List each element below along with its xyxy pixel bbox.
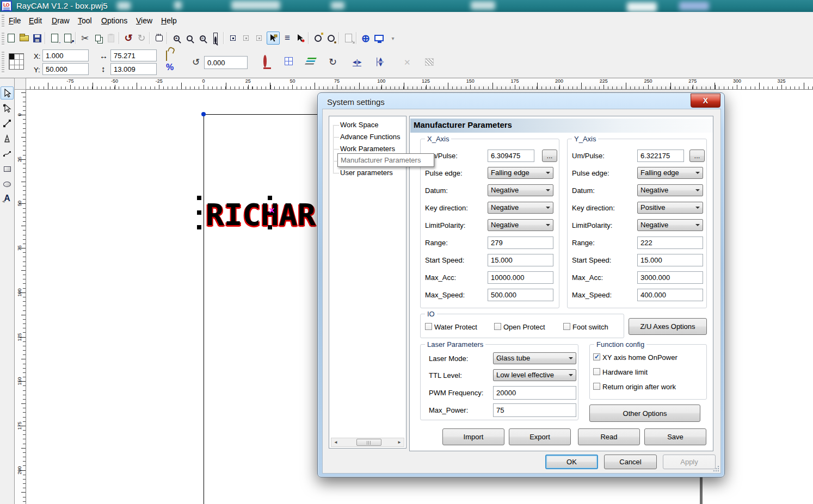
open-icon[interactable] [17,32,30,45]
selection-handle[interactable] [197,196,201,200]
canvas-text-object[interactable]: RICHAR [206,197,316,232]
new-icon[interactable] [4,32,17,45]
x-limit-polarity-select[interactable]: Negative [488,219,553,231]
node-move-icon[interactable] [226,32,239,45]
scroll-thumb[interactable] [356,439,381,446]
x-um-pulse-browse-button[interactable]: ... [542,150,557,162]
scroll-right-icon[interactable]: ► [395,438,404,446]
origin-node[interactable] [201,112,206,116]
menu-tool[interactable]: Tool [75,15,95,26]
import-icon[interactable]: → [48,32,61,45]
mirror-horizontal-icon[interactable]: ◂|▸ [353,58,361,66]
y-range-input[interactable] [637,237,703,249]
mirror-vertical-icon[interactable]: ◂|▸ [377,58,385,66]
zoom-page-icon[interactable] [209,32,222,45]
scroll-left-icon[interactable]: ◄ [331,438,340,446]
offset-icon[interactable]: ↘ [342,32,355,45]
invert-icon[interactable]: ✕ [404,58,411,67]
node-add-icon[interactable] [239,32,252,45]
export-button[interactable]: Export [509,428,571,445]
ttl-level-select[interactable]: Low level effective [493,369,576,381]
tree-item-manufacturer-parameters[interactable]: Manufacturer Parameters [337,153,434,167]
menu-view[interactable]: View [133,15,156,26]
x-input[interactable] [42,49,89,61]
zoom-icon[interactable] [183,32,196,45]
toolbar-more-icon[interactable]: ▾ [386,32,399,45]
ellipse-tool[interactable] [1,178,14,191]
x-um-pulse-input[interactable] [488,150,534,162]
x-start-speed-input[interactable] [488,254,553,266]
width-input[interactable] [110,49,157,61]
x-max-speed-input[interactable] [488,289,553,301]
tree-item-work-parameters[interactable]: Work Parameters [340,145,395,153]
y-um-pulse-input[interactable] [637,150,684,162]
simulate-icon[interactable] [372,32,385,45]
menu-edit[interactable]: Edit [26,15,45,26]
selection-handle[interactable] [197,210,201,215]
save-button[interactable]: Save [644,428,706,445]
selection-handle[interactable] [268,225,272,229]
y-limit-polarity-select[interactable]: Negative [637,219,703,231]
tree-item-advance-functions[interactable]: Advance Functions [340,133,401,141]
y-um-pulse-browse-button[interactable]: ... [689,150,705,162]
undo-icon[interactable]: ↺ [122,32,135,45]
box-left-edge[interactable] [204,114,204,504]
pan-icon[interactable] [152,32,165,45]
x-range-input[interactable] [488,237,553,249]
selection-handle[interactable] [268,196,272,200]
globe-icon[interactable]: ⊕ [359,32,372,45]
y-datum-select[interactable]: Negative [637,184,703,196]
menubar-grip[interactable] [2,15,4,28]
curve-timer-icon[interactable] [324,32,337,45]
menu-help[interactable]: Help [158,15,180,26]
paste-icon[interactable] [104,32,118,45]
menu-options[interactable]: Options [98,15,131,26]
knife-tool[interactable] [1,147,14,160]
return-origin-checkbox[interactable] [593,383,600,390]
rotate-free-icon[interactable]: ↻ [329,56,337,68]
toolbar-collapse-icon[interactable]: ◄ [1,199,5,204]
resize-grip[interactable] [713,465,719,472]
x-max-acc-input[interactable] [488,271,553,284]
y-max-speed-input[interactable] [637,289,703,301]
y-input[interactable] [42,63,89,75]
node-list-icon[interactable]: ≡ [281,32,294,45]
laser-mode-select[interactable]: Glass tube [493,352,576,364]
lock-ratio-icon[interactable] [166,51,167,61]
selection-center-mark[interactable] [269,208,275,214]
menu-file[interactable]: File [5,15,24,26]
water-protect-checkbox[interactable] [425,323,432,330]
max-power-input[interactable] [493,403,576,417]
x-pulse-edge-select[interactable]: Falling edge [488,167,553,179]
selection-handle[interactable] [197,225,201,229]
close-icon[interactable]: X [691,94,720,108]
rectangle-tool[interactable] [1,163,14,176]
pick-area-icon[interactable] [294,32,307,45]
rotate-input[interactable] [204,56,248,69]
apply-button[interactable]: Apply [663,455,716,469]
dither-icon[interactable] [425,58,434,66]
zoom-window-icon[interactable]: ≡ [196,32,209,45]
pen-tool[interactable] [1,132,14,145]
x-datum-select[interactable]: Negative [488,184,553,196]
pick-tool-icon[interactable] [267,32,280,45]
node-edit-tool[interactable] [1,102,14,115]
cut-icon[interactable]: ✂ [78,32,91,45]
read-button[interactable]: Read [578,428,640,445]
grid-swatch-icon[interactable] [9,53,24,70]
tree-item-user-parameters[interactable]: User parameters [340,169,393,177]
xy-home-onpower-checkbox[interactable] [593,353,600,360]
tree-item-work-space[interactable]: Work Space [340,121,379,129]
line-tool[interactable] [1,117,14,130]
x-key-direction-select[interactable]: Negative [488,202,553,214]
toolbar-grip[interactable] [2,52,4,73]
hardware-limit-checkbox[interactable] [593,368,600,375]
y-key-direction-select[interactable]: Positive [637,202,703,214]
zu-axes-options-button[interactable]: Z/U Axes Options [629,318,707,335]
export-icon[interactable]: ↗ [61,32,74,45]
select-tool[interactable] [1,86,14,99]
array-icon[interactable] [285,57,293,65]
node-delete-icon[interactable] [252,32,266,45]
pwm-frequency-input[interactable] [493,386,576,400]
tree-h-scrollbar[interactable]: ◄ ► [331,438,404,447]
